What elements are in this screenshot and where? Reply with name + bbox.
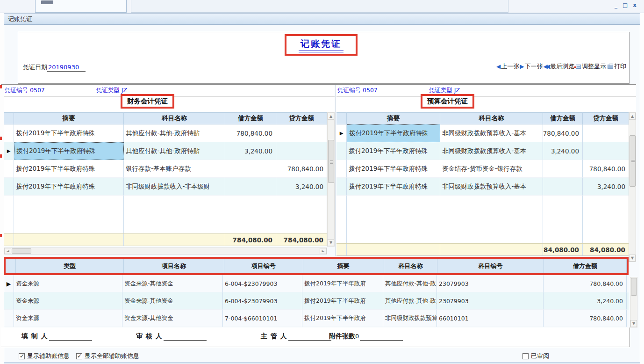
credit-cell[interactable] [583,124,629,142]
summary-cell[interactable]: 拨付2019年下半年政府特殊 [347,142,440,160]
column-header[interactable]: 摘要 [303,259,384,273]
column-header[interactable]: 借方金额 [544,259,627,273]
checkbox-unchecked-icon[interactable] [522,353,529,359]
print-button[interactable]: 打印 [606,62,626,71]
maximize-icon[interactable]: □ [623,2,629,8]
account-cell[interactable]: 非同级财政拨款收入-非本级财 [124,178,225,196]
column-header[interactable]: 科目编号 [437,259,544,273]
scroll-down-icon[interactable]: ▼ [328,239,334,246]
table-row[interactable]: 拨付2019年下半年政府特殊 银行存款-基本账户存款 780,840.00 [4,160,335,178]
account-cell[interactable]: 非同级财政拨款预算收入-基本 [440,124,543,142]
debit-cell[interactable]: 3,240.00 [543,142,583,160]
table-row[interactable]: 拨付2019年下半年政府特殊 非同级财政拨款收入-非本级财 3,240.00 [4,178,335,196]
scroll-down-icon[interactable]: ▼ [630,320,637,327]
account-no-cell[interactable]: 23079903 [437,292,544,310]
checkbox-checked-icon[interactable] [19,353,25,359]
summary-cell[interactable]: 拨付2019年下半年政府特殊 [14,178,124,196]
summary-cell[interactable]: 拨付2019年下半年政府特殊 [347,160,440,178]
credit-cell[interactable]: 780,840.00 [276,160,327,178]
column-header[interactable]: 项目名称 [124,259,224,273]
assist-row[interactable]: ▶ 资金来源 资金来源-其他资金 6-004-$23079903 拨付2019年… [4,275,629,292]
supervisor-input[interactable] [288,334,331,341]
next-voucher-button[interactable]: ▶下一张 [519,62,543,71]
scroll-up-icon[interactable]: ▲ [328,113,334,120]
type-cell[interactable]: 资金来源 [14,275,122,292]
last-voucher-button[interactable]: ◀◀最后浏览 [543,62,574,71]
project-cell[interactable]: 资金来源-其他资金 [122,310,223,327]
reviewed-option[interactable]: 已审阅 [522,352,549,360]
account-cell[interactable]: 其他应付款-其他-政府特贴 [124,142,225,160]
prev-voucher-button[interactable]: ◀上一张 [496,62,519,71]
scroll-right-icon[interactable]: ► [320,248,327,254]
checkbox-checked-icon[interactable] [76,353,82,359]
project-cell[interactable]: 资金来源-其他资金 [122,292,223,310]
account-no-cell[interactable]: 66010101 [437,310,544,327]
account-cell[interactable]: 其他应付款-其他-政府特 [383,275,437,292]
assist-row[interactable]: 资金来源 资金来源-其他资金 6-004-$23079903 拨付2019年下半… [4,292,629,310]
scroll-down-icon[interactable]: ▼ [629,255,636,262]
summary-cell[interactable]: 拨付2019年下半年政府特殊 [347,178,440,196]
column-header[interactable]: 借方金额 [543,112,583,124]
column-header[interactable]: 摘要 [347,112,440,124]
summary-cell-selected[interactable]: 拨付2019年下半年政府特殊 [14,142,124,160]
column-header[interactable]: 类型 [16,259,124,273]
column-header[interactable]: 项目编号 [224,259,303,273]
project-no-cell[interactable]: 6-004-$23079903 [223,275,302,292]
debit-cell[interactable] [543,160,583,178]
debit-cell[interactable]: 3,240.00 [544,292,627,310]
column-header[interactable]: 科目名称 [124,112,225,124]
account-cell[interactable]: 其他应付款-其他-政府特贴 [124,124,225,142]
account-cell[interactable]: 银行存款-基本账户存款 [124,160,225,178]
assist-vscrollbar[interactable]: ▼ [630,277,637,328]
credit-cell[interactable] [583,142,629,160]
credit-cell[interactable]: 780,840.00 [583,160,629,178]
minimize-icon[interactable]: _ [615,2,618,8]
table-row[interactable]: 拨付2019年下半年政府特殊 非同级财政拨款预算收入-基本 3,240.00 [336,142,636,160]
debit-cell[interactable] [225,160,276,178]
type-cell[interactable]: 资金来源 [14,292,122,310]
credit-cell[interactable] [276,124,327,142]
debit-cell[interactable]: 780,840.00 [544,275,627,292]
credit-cell[interactable]: 3,240.00 [276,178,327,196]
scroll-left-icon[interactable]: ◄ [4,248,11,254]
table-row[interactable]: 拨付2019年下半年政府特殊 非同级财政拨款预算收入-基本 3,240.00 [336,178,636,196]
close-icon[interactable]: x [633,2,637,8]
summary-cell-selected[interactable]: 拨付2019年下半年政府特殊 [347,124,440,142]
voucher-date-input[interactable]: 20190930 [47,64,86,72]
account-cell[interactable]: 资金结存-货币资金-银行存款 [440,160,543,178]
summary-cell[interactable]: 拨付2019年下半年政府特殊 [14,160,124,178]
table-row[interactable]: 拨付2019年下半年政府特殊 其他应付款-其他-政府特贴 780,840.00 [4,124,335,142]
scroll-up-icon[interactable]: ▲ [629,113,636,120]
debit-cell[interactable] [225,178,276,196]
column-header[interactable]: 借方金额 [225,112,276,124]
scrollbar-thumb[interactable] [12,248,31,254]
credit-cell[interactable]: 3,240.00 [583,178,629,196]
credit-cell[interactable] [276,142,327,160]
left-grid-hscrollbar[interactable]: ◄ ► [4,248,327,255]
scrollbar-thumb[interactable] [328,140,334,183]
debit-cell[interactable]: 780,840.00 [225,124,276,142]
attachments-input[interactable] [360,334,403,341]
project-no-cell[interactable]: 6-004-$23079903 [223,292,302,310]
account-cell[interactable]: 非同级财政拨款预算收 [383,310,437,327]
top-tab[interactable] [131,0,508,13]
debit-cell[interactable] [543,178,583,196]
debit-cell[interactable]: 3,240.00 [225,142,276,160]
summary-cell[interactable]: 拨付2019年下半年政府 [302,310,383,327]
adjust-display-button[interactable]: 调整显示 [574,62,606,71]
column-header[interactable]: 贷方金额 [276,112,327,124]
account-cell[interactable]: 非同级财政拨款预算收入-基本 [440,142,543,160]
right-grid-vscrollbar[interactable]: ▲ ▼ [629,112,636,262]
project-cell[interactable]: 资金来源-其他资金 [122,275,223,292]
account-no-cell[interactable]: 23079903 [437,275,544,292]
assist-row[interactable]: 资金来源 资金来源-其他资金 7-004-$66010101 拨付2019年下半… [4,310,629,327]
debit-cell[interactable]: 780,840.00 [544,310,627,327]
table-row[interactable]: 拨付2019年下半年政府特殊 资金结存-货币资金-银行存款 780,840.00 [336,160,636,178]
project-no-cell[interactable]: 7-004-$66010101 [223,310,302,327]
summary-cell[interactable]: 拨付2019年下半年政府 [302,292,383,310]
column-header[interactable]: 科目名称 [384,259,438,273]
left-grid-vscrollbar[interactable]: ▲ ▼ [327,112,335,247]
scrollbar-thumb[interactable] [630,135,636,187]
column-header[interactable]: 贷方金额 [583,112,629,124]
reviewer-input[interactable] [164,334,207,341]
